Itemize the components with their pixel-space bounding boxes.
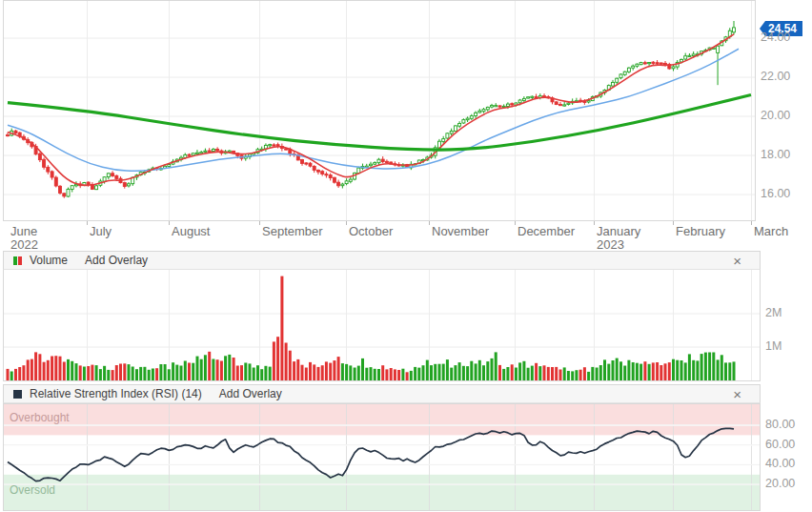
date-axis-tick xyxy=(429,221,430,225)
price-axis-label: 22.00 xyxy=(761,70,790,83)
date-axis-tick xyxy=(673,221,674,225)
month-label: December xyxy=(518,225,575,238)
month-label: June2022 xyxy=(10,225,38,252)
rsi-axis-label: 40.00 xyxy=(765,457,795,470)
rsi-panel-header: Relative Strength Index (RSI) (14) Add O… xyxy=(3,384,761,403)
price-axis-label: 20.00 xyxy=(761,109,790,122)
stock-chart-app: 24.54 June2022JulyAugustSeptemberOctober… xyxy=(0,0,812,512)
date-axis-tick xyxy=(751,221,752,225)
date-axis-tick xyxy=(87,221,88,225)
rsi-legend-icon xyxy=(13,390,22,399)
price-axis-label: 18.00 xyxy=(761,148,790,161)
month-label: August xyxy=(172,225,210,238)
price-chart-canvas[interactable] xyxy=(0,0,812,221)
date-axis-tick xyxy=(346,221,347,225)
oversold-zone-label: Oversold xyxy=(10,483,55,497)
month-label: March xyxy=(754,225,788,238)
month-label: January2023 xyxy=(597,225,640,252)
month-label: February xyxy=(676,225,725,238)
price-axis-label: 16.00 xyxy=(761,187,790,200)
overbought-zone-label: Overbought xyxy=(10,411,70,424)
date-axis-tick xyxy=(594,221,595,225)
rsi-axis-label: 80.00 xyxy=(765,418,795,431)
volume-chart-canvas[interactable] xyxy=(0,270,812,381)
rsi-axis-label: 60.00 xyxy=(765,438,795,451)
volume-panel-title: Volume xyxy=(30,254,68,267)
month-label: October xyxy=(349,225,393,238)
date-axis-tick xyxy=(169,221,170,225)
volume-close-icon[interactable]: × xyxy=(733,254,741,268)
rsi-panel-title: Relative Strength Index (RSI) (14) xyxy=(30,387,202,400)
date-axis: June2022JulyAugustSeptemberOctoberNovemb… xyxy=(0,221,812,251)
price-axis-label: 24.00 xyxy=(761,31,790,44)
rsi-chart-canvas[interactable] xyxy=(0,403,812,512)
date-axis-tick xyxy=(515,221,516,225)
volume-add-overlay-link[interactable]: Add Overlay xyxy=(85,254,148,267)
month-label: July xyxy=(90,225,112,238)
rsi-add-overlay-link[interactable]: Add Overlay xyxy=(219,387,282,400)
month-label: September xyxy=(262,225,323,238)
volume-axis-label: 2M xyxy=(765,306,782,319)
month-label: November xyxy=(432,225,489,238)
volume-axis-label: 1M xyxy=(765,339,782,353)
rsi-axis-label: 20.00 xyxy=(765,477,795,490)
volume-legend-icon xyxy=(13,256,22,265)
volume-panel-header: Volume Add Overlay × xyxy=(3,251,761,270)
date-axis-tick xyxy=(259,221,260,225)
rsi-close-icon[interactable]: × xyxy=(733,387,741,401)
